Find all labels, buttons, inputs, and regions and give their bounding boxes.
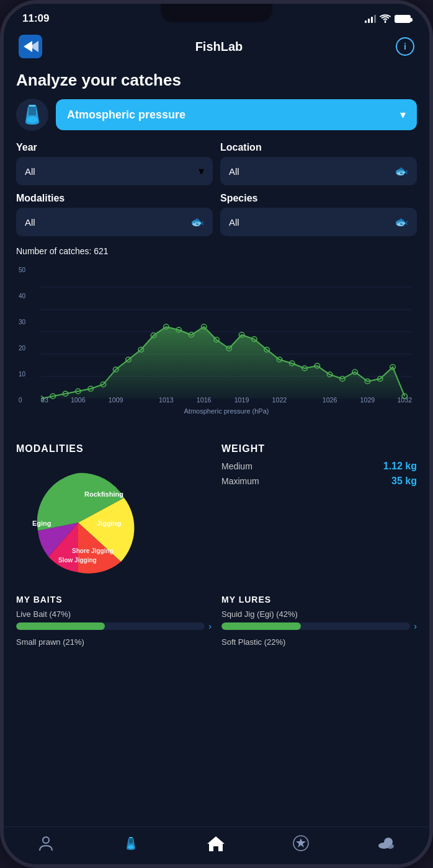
svg-text:1029: 1029 [360,397,375,404]
baits-title: MY BAITS [16,595,212,604]
stats-row: MODALITIES [16,443,417,585]
y-label-40: 40 [19,293,25,299]
chart-section: Number of catches: 621 0 10 20 30 40 50 [16,246,417,433]
modalities-fish-icon: 🐟 [190,215,204,229]
species-select[interactable]: All 🐟 [220,208,417,236]
weight-section: WEIGHT Medium 1.12 kg Maximum 35 kg [221,443,417,585]
svg-text:1006: 1006 [71,397,86,404]
year-chevron-icon: ▾ [199,164,204,178]
bait-item-1: Small prawn (21%) [16,637,212,647]
nav-item-lab[interactable] [112,832,150,854]
lab-icon [122,835,140,852]
weight-medium-value: 1.12 kg [383,461,417,472]
species-fish-icon: 🐟 [395,215,408,229]
location-label: Location [220,142,417,153]
svg-text:1026: 1026 [323,397,337,404]
location-select[interactable]: All 🐟 [220,157,417,185]
species-label: Species [220,193,417,204]
svg-marker-59 [296,838,306,848]
modalities-label: Modalities [16,193,213,204]
species-filter: Species All 🐟 [220,193,417,236]
info-button[interactable]: i [396,37,414,56]
svg-point-5 [27,117,38,123]
main-selector-text: Atmospheric pressure [67,108,185,122]
lure-bar-container-0 [221,622,410,630]
lure-label-1: Soft Plastic (22%) [221,637,417,647]
weather-icon [377,835,396,852]
lure-arrow-0: › [414,621,417,631]
svg-marker-12 [41,327,404,399]
weight-medium-row: Medium 1.12 kg [221,461,417,472]
pie-chart: Rockfishing Jigging Shore Jigging Slow J… [16,461,140,585]
y-label-50: 50 [19,267,25,273]
location-fish-icon: 🐟 [395,164,408,178]
svg-text:1019: 1019 [234,397,249,404]
y-label-10: 10 [19,371,25,378]
filters-grid: Year All ▾ Location All 🐟 Modalities [16,142,417,236]
nav-item-home[interactable] [197,832,235,854]
nav-item-weather[interactable] [367,832,406,854]
svg-text:1003: 1003 [41,397,48,404]
modalities-filter: Modalities All 🐟 [16,193,213,236]
trophy-icon [292,835,310,852]
bait-bar-row-0: › [16,621,212,631]
year-value: All [25,166,35,177]
lure-bar-0 [221,622,301,630]
year-filter: Year All ▾ [16,142,213,185]
nav-item-angler[interactable] [27,832,65,854]
status-bar: 11:09 [4,4,429,30]
svg-text:1022: 1022 [272,397,287,404]
status-time: 11:09 [22,12,49,25]
svg-rect-4 [29,105,36,107]
signal-icon [365,14,376,23]
app-header: FishLab i [4,30,429,66]
svg-text:1009: 1009 [109,397,123,404]
baits-section: MY BAITS Live Bait (47%) › Small prawn (… [16,595,212,653]
weight-items: Medium 1.12 kg Maximum 35 kg [221,461,417,487]
lure-item-0: Squid Jig (Egi) (42%) › [221,609,417,631]
app-title: FishLab [195,40,243,54]
status-icons [365,14,411,23]
chart-container: 0 10 20 30 40 50 [16,261,417,433]
svg-text:1016: 1016 [197,397,212,404]
catches-label: Number of catches: 621 [16,246,417,256]
phone-frame: 11:09 [0,0,433,868]
angler-icon [37,835,55,852]
svg-text:1032: 1032 [397,397,412,404]
location-filter: Location All 🐟 [220,142,417,185]
main-selector[interactable]: Atmospheric pressure ▾ [56,99,417,130]
battery-icon [395,15,411,23]
weight-title: WEIGHT [221,443,417,454]
bait-label-0: Live Bait (47%) [16,609,212,619]
svg-marker-57 [207,836,225,851]
selector-row: Atmospheric pressure ▾ [16,99,417,131]
bait-label-1: Small prawn (21%) [16,637,212,647]
svg-point-53 [43,837,49,843]
y-axis: 0 10 20 30 40 50 [19,267,25,404]
svg-point-62 [386,844,394,849]
lure-label-0: Squid Jig (Egi) (42%) [221,609,417,619]
selector-chevron-icon: ▾ [400,108,406,122]
page-title: Analyze your catches [16,71,417,90]
species-value: All [229,217,239,228]
weight-maximum-label: Maximum [221,476,259,486]
x-axis-label: Atmospheric pressure (hPa) [41,407,412,415]
chart-svg: 1003 1006 1009 1013 1016 1019 1022 1026 … [41,267,412,404]
baits-lures-row: MY BAITS Live Bait (47%) › Small prawn (… [16,595,417,653]
svg-point-55 [128,845,134,849]
modalities-select[interactable]: All 🐟 [16,208,213,236]
location-value: All [229,166,239,177]
flask-icon [16,99,48,131]
home-icon [207,835,225,852]
svg-rect-6 [29,107,36,115]
modalities-section: MODALITIES [16,443,212,585]
wifi-icon [380,14,391,23]
lure-bar-row-0: › [221,621,417,631]
pie-svg [16,461,140,585]
lure-item-1: Soft Plastic (22%) [221,637,417,647]
nav-item-trophy[interactable] [282,832,319,854]
year-select[interactable]: All ▾ [16,157,213,185]
app-logo [19,35,42,58]
y-label-0: 0 [19,397,25,404]
lures-section: MY LURES Squid Jig (Egi) (42%) › Soft Pl… [221,595,417,653]
